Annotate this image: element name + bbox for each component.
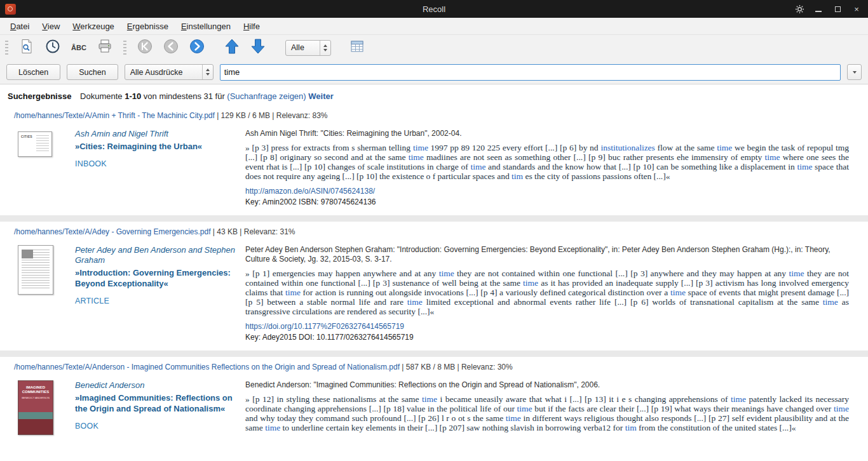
print-button[interactable] — [96, 39, 114, 57]
previous-page-button[interactable] — [162, 39, 180, 57]
thumbnail-text: CITIES — [21, 135, 32, 138]
result-meta: | 129 KB / 6 MB | Relevanz: 83% — [215, 111, 328, 120]
result-thumbnail[interactable]: CITIES — [18, 131, 52, 157]
result-authors: Ash Amin and Nigel Thrift — [75, 129, 235, 139]
maximize-button[interactable] — [831, 3, 844, 15]
result-citation: Peter Adey Ben Anderson Stephen Graham: … — [245, 245, 849, 264]
result-range: 1-10 — [125, 91, 141, 101]
result-snippet: » [p 3] press for extracts from s sherma… — [245, 143, 849, 181]
term-explorer-button[interactable]: ÂBC — [70, 39, 88, 57]
result-path-link[interactable]: /home/hannes/Texte/A/Anderson - Imagined… — [14, 363, 400, 371]
window-title: Recoll — [0, 4, 868, 14]
result-item: /home/hannes/Texte/A/Amin + Thrift - The… — [0, 105, 868, 215]
result-pathline: /home/hannes/Texte/A/Adey - Governing Em… — [0, 222, 868, 239]
menubar: Datei View Werkzeuge Ergebnisse Einstell… — [0, 18, 868, 35]
thumbnail-book-title: IMAGINED COMMUNITIES — [21, 385, 50, 394]
search-button[interactable]: Suchen — [67, 64, 118, 80]
menu-werkzeuge[interactable]: Werkzeuge — [66, 19, 121, 34]
results-summary: Suchergebnisse Dokumente 1-10 von mindes… — [0, 84, 868, 105]
results-pane: Suchergebnisse Dokumente 1-10 von mindes… — [0, 84, 868, 461]
next-page-button[interactable] — [188, 39, 206, 57]
history-button[interactable] — [44, 39, 62, 57]
result-authors: Peter Adey and Ben Anderson and Stephen … — [75, 245, 235, 265]
result-url-link[interactable]: http://amazon.de/o/ASIN/0745624138/ — [245, 187, 375, 196]
result-doctype: BOOK — [75, 422, 235, 431]
next-result-button[interactable] — [249, 39, 267, 57]
result-table-button[interactable] — [348, 39, 366, 57]
result-snippet: » [p 1] emergencies may happen anywhere … — [245, 269, 849, 316]
menu-ergebnisse[interactable]: Ergebnisse — [121, 19, 175, 34]
result-title: »Introduction: Governing Emergencies: Be… — [75, 267, 235, 289]
result-table-icon — [351, 41, 363, 55]
menu-datei[interactable]: Datei — [4, 19, 36, 34]
thumbnail-book-author: BENEDICT ANDERSON — [22, 396, 50, 399]
menu-einstellungen[interactable]: Einstellungen — [175, 19, 237, 34]
result-citation: Benedict Anderson: "Imagined Communities… — [245, 380, 849, 390]
result-title: »Imagined Communities: Reflections on th… — [75, 392, 235, 414]
circle-arrow-left-icon — [163, 39, 179, 57]
blue-arrow-up-icon — [225, 39, 239, 57]
circle-arrow-right-icon — [189, 39, 205, 57]
search-bar: Löschen Suchen Alle Ausdrücke — [0, 60, 868, 84]
blue-arrow-down-icon — [251, 39, 265, 57]
clear-button[interactable]: Löschen — [6, 64, 60, 80]
result-key: Key: Amin2002 ISBN: 9780745624136 — [245, 197, 849, 206]
window-titlebar: Recoll × — [0, 0, 868, 18]
search-mode-value: Alle Ausdrücke — [125, 68, 202, 77]
result-item: /home/hannes/Texte/A/Adey - Governing Em… — [0, 222, 868, 351]
gear-icon[interactable] — [793, 3, 806, 15]
result-meta: | 43 KB | Relevanz: 31% — [211, 227, 295, 236]
thumbnail-text-lines — [22, 250, 50, 290]
menu-hilfe[interactable]: Hilfe — [237, 19, 266, 34]
minimize-button[interactable] — [812, 3, 825, 15]
combo-spinner-arrows — [320, 41, 330, 55]
result-item: /home/hannes/Texte/A/Anderson - Imagined… — [0, 357, 868, 444]
search-history-dropdown-button[interactable] — [847, 64, 862, 80]
combo-spinner-arrows — [202, 65, 213, 79]
result-separator — [0, 215, 868, 222]
show-query-link[interactable]: (Suchanfrage zeigen) — [227, 91, 306, 101]
document-magnifier-icon — [20, 39, 34, 57]
menu-view[interactable]: View — [36, 19, 66, 34]
result-doctype: ARTICLE — [75, 297, 235, 305]
result-thumbnail[interactable]: IMAGINED COMMUNITIES BENEDICT ANDERSON — [18, 380, 53, 435]
printer-icon — [97, 39, 112, 56]
previous-result-button[interactable] — [223, 39, 241, 57]
result-meta: | 587 KB / 8 MB | Relevanz: 30% — [400, 363, 513, 371]
chevron-down-icon — [853, 71, 857, 74]
abc-spell-icon: ÂBC — [71, 44, 86, 51]
clock-icon — [45, 39, 60, 57]
result-authors: Benedict Anderson — [75, 380, 235, 391]
results-title: Suchergebnisse — [8, 91, 71, 101]
result-snippet: » [p 12] in styling these nationalisms a… — [245, 394, 849, 432]
result-thumbnail[interactable] — [18, 245, 53, 295]
toolbar: ÂBC Alle — [0, 35, 868, 60]
clear-search-button[interactable] — [18, 39, 36, 57]
result-url-link[interactable]: https://doi.org/10.1177%2F02632764145657… — [245, 322, 404, 331]
toolbar-handle[interactable] — [123, 41, 126, 55]
result-separator — [0, 351, 868, 357]
result-doctype: INBOOK — [75, 159, 235, 168]
circle-arrow-first-icon — [137, 39, 153, 57]
result-citation: Ash Amin Nigel Thrift: "Cities: Reimagin… — [245, 129, 849, 138]
result-key: Key: Adey2015 DOI: 10.1177/0263276414565… — [245, 333, 849, 342]
category-filter-select[interactable]: Alle — [285, 40, 331, 56]
result-pathline: /home/hannes/Texte/A/Anderson - Imagined… — [0, 357, 868, 374]
search-mode-select[interactable]: Alle Ausdrücke — [125, 64, 214, 80]
toolbar-handle[interactable] — [5, 41, 8, 55]
thumbnail-text-lines — [36, 135, 49, 153]
close-button[interactable]: × — [850, 3, 863, 15]
result-path-link[interactable]: /home/hannes/Texte/A/Adey - Governing Em… — [14, 227, 211, 236]
result-pathline: /home/hannes/Texte/A/Amin + Thrift - The… — [0, 105, 868, 123]
result-title: »Cities: Reimagining the Urban« — [75, 141, 235, 152]
first-page-button[interactable] — [136, 39, 154, 57]
result-path-link[interactable]: /home/hannes/Texte/A/Amin + Thrift - The… — [14, 111, 215, 120]
category-filter-value: Alle — [286, 43, 320, 52]
search-query-input[interactable] — [220, 64, 841, 81]
next-page-link[interactable]: Weiter — [308, 91, 334, 101]
